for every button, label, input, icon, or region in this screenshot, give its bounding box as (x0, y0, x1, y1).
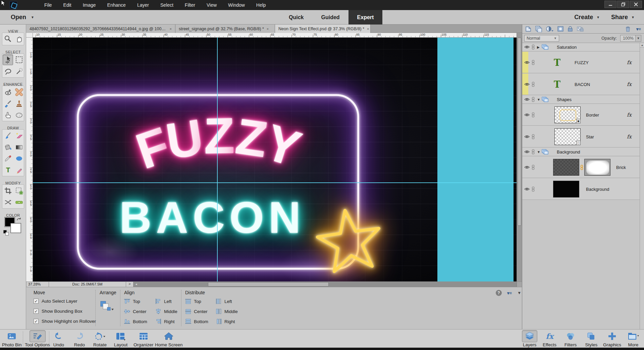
taskbar-graphics[interactable]: Graphics (603, 330, 621, 347)
close-button[interactable] (630, 1, 642, 8)
opacity-dropdown-icon[interactable]: ▼ (635, 35, 641, 42)
expand-expanded-icon[interactable]: ▼ (537, 150, 540, 154)
straighten-tool-icon[interactable] (14, 197, 24, 208)
checkbox-icon[interactable]: ✓ (34, 299, 39, 304)
checkbox-show-highlight-on-rollover[interactable]: ✓Show Highlight on Rollover (34, 319, 96, 324)
mask-link-icon[interactable] (580, 165, 583, 170)
taskbar-undo[interactable]: Undo (51, 330, 66, 347)
new-layer-icon[interactable] (525, 26, 532, 32)
arrange-control[interactable] (100, 301, 115, 314)
layer-mask-thumbnail[interactable] (584, 159, 610, 176)
taskbar-styles[interactable]: Styles (584, 330, 599, 347)
spot-healing-brush-tool-icon[interactable] (14, 87, 24, 97)
lock-transparent-pixels-icon[interactable] (577, 26, 584, 32)
type-tool-icon[interactable]: T (3, 165, 13, 175)
recompose-tool-icon[interactable] (14, 185, 24, 196)
paint-bucket-tool-icon[interactable] (3, 142, 13, 152)
visibility-eye-icon[interactable] (524, 45, 530, 49)
link-icon[interactable] (532, 45, 535, 50)
layer-row-star[interactable]: ▢ Star fx (522, 126, 640, 147)
menu-item[interactable]: Edit (58, 2, 77, 8)
clone-stamp-tool-icon[interactable] (14, 98, 24, 109)
visibility-eye-icon[interactable] (524, 187, 530, 191)
expand-expanded-icon[interactable]: ▼ (537, 98, 540, 101)
scroll-left-icon[interactable]: ◄ (135, 283, 138, 286)
brush-tool-icon[interactable] (3, 130, 13, 141)
open-button[interactable]: Open▼ (7, 10, 38, 25)
taskbar-organizer[interactable]: Organizer (133, 330, 153, 347)
layer-row-border[interactable]: ▣ Border fx (522, 104, 640, 126)
layer-row-bacon[interactable]: T BACON fx (522, 74, 640, 95)
taskbar-layers[interactable]: Layers (522, 330, 537, 347)
distribute-middle-button[interactable]: Middle (216, 309, 238, 314)
tab-guided[interactable]: Guided (312, 10, 348, 25)
checkbox-show-bounding-box[interactable]: ✓Show Bounding Box (34, 309, 83, 314)
menu-item[interactable]: View (201, 2, 222, 8)
lasso-tool-icon[interactable] (3, 66, 13, 77)
quick-selection-tool-icon[interactable] (14, 66, 24, 77)
distribute-bottom-button[interactable]: Bottom (185, 319, 208, 324)
layer-thumbnail[interactable]: ▣ (554, 106, 581, 123)
expand-collapsed-icon[interactable]: ▶ (537, 45, 540, 49)
document-tab[interactable]: 48407592_10218031256035292_3570666433564… (26, 25, 175, 33)
link-icon[interactable] (532, 112, 535, 117)
swap-colors-icon[interactable] (16, 217, 22, 222)
smart-brush-tool-icon[interactable] (3, 98, 13, 109)
tab-expert[interactable]: Expert (348, 10, 383, 25)
shape-tool-icon[interactable] (14, 153, 24, 164)
crop-tool-icon[interactable] (3, 185, 13, 196)
checkbox-auto-select-layer[interactable]: ✓Auto Select Layer (34, 299, 77, 304)
vertical-scrollbar[interactable] (517, 33, 522, 281)
visibility-eye-icon[interactable] (524, 135, 530, 138)
create-button[interactable]: Create▼ (574, 14, 600, 21)
visibility-eye-icon[interactable] (524, 113, 530, 117)
taskbar-photo-bin[interactable]: Photo Bin (2, 330, 22, 347)
align-bottom-button[interactable]: Bottom (124, 319, 147, 324)
zoom-tool-icon[interactable] (3, 34, 13, 44)
layer-row-fuzzy[interactable]: T FUZZY fx (522, 52, 640, 73)
link-icon[interactable] (532, 134, 535, 139)
document-tab[interactable]: street_signage.psd @ 32.7% (Base, RGB/8)… (175, 25, 275, 33)
taskbar-tool-options[interactable]: Tool Options (25, 330, 50, 347)
background-color-swatch[interactable] (11, 223, 21, 233)
visibility-eye-icon[interactable] (524, 150, 530, 154)
tab-quick[interactable]: Quick (280, 10, 312, 25)
checkbox-icon[interactable]: ✓ (34, 319, 39, 324)
visibility-eye-icon[interactable] (524, 60, 530, 64)
close-icon[interactable]: × (267, 27, 269, 31)
red-eye-removal-tool-icon[interactable] (3, 87, 13, 97)
content-aware-move-tool-icon[interactable] (3, 197, 13, 208)
visibility-eye-icon[interactable] (524, 82, 530, 86)
hand-tool-icon[interactable] (14, 34, 24, 44)
layer-effects-fx-badge[interactable]: fx (627, 59, 632, 65)
close-icon[interactable]: × (170, 27, 172, 31)
layer-row-brick[interactable]: Brick (522, 157, 640, 178)
zoom-level-field[interactable]: 37.28% (27, 282, 49, 287)
taskbar-redo[interactable]: Redo (72, 330, 87, 347)
horizontal-scrollbar-thumb[interactable] (208, 282, 329, 287)
link-icon[interactable] (532, 186, 535, 191)
layers-scrollbar[interactable]: ▲ (640, 43, 644, 329)
pencil-tool-icon[interactable] (14, 165, 24, 175)
align-middle-button[interactable]: Middle (155, 309, 177, 314)
menu-item[interactable]: Filter (179, 2, 201, 8)
align-center-button[interactable]: Center (124, 309, 147, 314)
blend-mode-select[interactable]: Normal▼ (524, 35, 559, 42)
move-tool-icon[interactable] (3, 54, 13, 65)
minimize-button[interactable] (604, 1, 616, 8)
align-right-button[interactable]: Right (155, 319, 175, 324)
layer-row-shapes-group[interactable]: ▼ Shapes (522, 95, 640, 104)
menu-item[interactable]: File (39, 2, 58, 8)
distribute-left-button[interactable]: Left (216, 299, 232, 304)
default-colors-icon[interactable] (3, 230, 9, 235)
menu-item[interactable]: Layer (131, 2, 155, 8)
layer-row-background[interactable]: Background (522, 178, 640, 200)
distribute-center-button[interactable]: Center (185, 309, 208, 314)
align-top-button[interactable]: Top (124, 299, 140, 304)
canvas[interactable]: FUZZY BACON (33, 38, 517, 281)
eraser-tool-icon[interactable] (14, 130, 24, 141)
share-button[interactable]: Share▼ (611, 14, 635, 21)
layer-row-background-group[interactable]: ▼ Background (522, 148, 640, 156)
link-icon[interactable] (532, 165, 535, 170)
document-tab-active[interactable]: Neon Sign Text Effect.psd @ 37.3% (RGB/8… (275, 25, 371, 33)
